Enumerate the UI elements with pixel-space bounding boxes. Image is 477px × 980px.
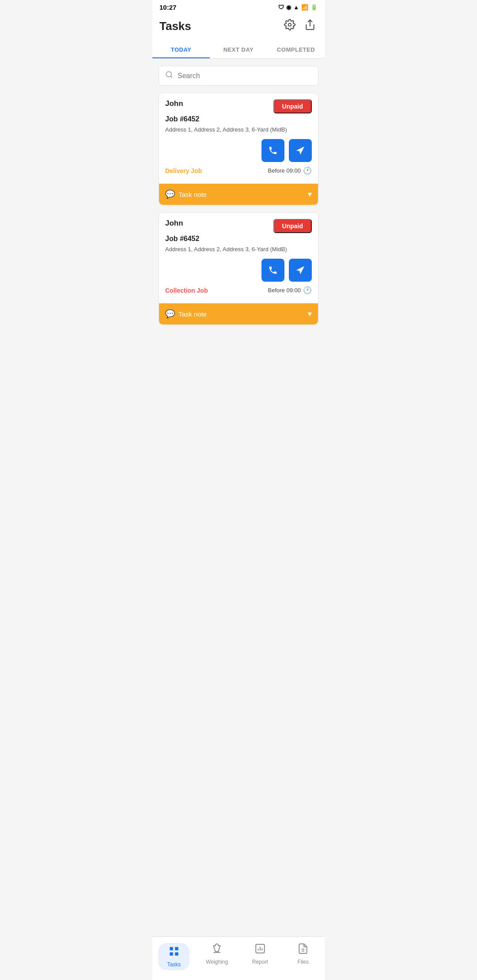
phone-button-1[interactable] <box>261 139 284 162</box>
card-job-number-1: Job #6452 <box>165 115 312 123</box>
status-time: 10:27 <box>159 4 176 11</box>
card-top-1: John Unpaid <box>165 99 312 113</box>
settings-button[interactable] <box>282 17 297 35</box>
card-actions-1 <box>165 139 312 162</box>
header: Tasks <box>152 13 325 41</box>
unpaid-badge-2[interactable]: Unpaid <box>273 219 312 233</box>
signal-icon: 📶 <box>301 4 308 11</box>
battery-icon: 🔋 <box>310 4 318 11</box>
search-container <box>152 59 325 93</box>
shield-icon: 🛡 <box>278 4 284 11</box>
card-address-2: Address 1, Address 2, Address 3, 6-Yard … <box>165 245 312 253</box>
time-info-1: Before 09:00 🕐 <box>268 166 312 175</box>
status-icons: 🛡 ◉ ▲ 📶 🔋 <box>278 4 318 11</box>
card-job-number-2: Job #6452 <box>165 235 312 243</box>
cards-container: John Unpaid Job #6452 Address 1, Address… <box>152 93 325 332</box>
time-text-2: Before 09:00 <box>268 287 301 294</box>
svg-line-3 <box>170 76 172 77</box>
job-type-1: Delivery Job <box>165 167 202 174</box>
task-card-1: John Unpaid Job #6452 Address 1, Address… <box>159 93 318 205</box>
tabs-bar: TODAY NEXT DAY COMPLETED <box>152 41 325 59</box>
unpaid-badge-1[interactable]: Unpaid <box>273 99 312 113</box>
note-icon-2: 💬 <box>165 309 175 319</box>
navigate-button-1[interactable] <box>289 139 312 162</box>
svg-point-0 <box>288 23 292 26</box>
card-actions-2 <box>165 259 312 282</box>
search-input[interactable] <box>178 72 312 80</box>
note-icon-1: 💬 <box>165 189 175 199</box>
search-icon <box>165 71 173 81</box>
svg-point-2 <box>166 72 171 77</box>
face-id-icon: ◉ <box>286 4 291 11</box>
card-name-1: John <box>165 99 183 108</box>
chevron-down-icon-1: ▾ <box>308 189 312 199</box>
status-bar: 10:27 🛡 ◉ ▲ 📶 🔋 <box>152 0 325 13</box>
page-title: Tasks <box>159 19 191 33</box>
wifi-icon: ▲ <box>293 4 299 11</box>
clock-icon-1: 🕐 <box>303 166 312 175</box>
task-note-left-2: 💬 Task note <box>165 309 207 319</box>
share-button[interactable] <box>303 17 318 35</box>
task-card-2: John Unpaid Job #6452 Address 1, Address… <box>159 212 318 325</box>
phone-button-2[interactable] <box>261 259 284 282</box>
tab-today[interactable]: TODAY <box>152 41 210 58</box>
task-note-left-1: 💬 Task note <box>165 189 207 199</box>
task-note-bar-2[interactable]: 💬 Task note ▾ <box>159 303 318 324</box>
chevron-down-icon-2: ▾ <box>308 309 312 319</box>
card-body-1: John Unpaid Job #6452 Address 1, Address… <box>159 93 318 184</box>
task-note-label-2: Task note <box>178 310 207 318</box>
card-footer-2: Collection Job Before 09:00 🕐 <box>165 286 312 294</box>
card-name-2: John <box>165 219 183 228</box>
clock-icon-2: 🕐 <box>303 286 312 294</box>
search-box <box>159 66 318 86</box>
header-actions <box>282 17 318 35</box>
card-body-2: John Unpaid Job #6452 Address 1, Address… <box>159 213 318 303</box>
job-type-2: Collection Job <box>165 287 208 294</box>
task-note-label-1: Task note <box>178 191 207 198</box>
tab-next-day[interactable]: NEXT DAY <box>210 41 267 58</box>
navigate-button-2[interactable] <box>289 259 312 282</box>
tab-completed[interactable]: COMPLETED <box>267 41 325 58</box>
time-info-2: Before 09:00 🕐 <box>268 286 312 294</box>
card-footer-1: Delivery Job Before 09:00 🕐 <box>165 166 312 175</box>
time-text-1: Before 09:00 <box>268 167 301 174</box>
card-top-2: John Unpaid <box>165 219 312 233</box>
card-address-1: Address 1, Address 2, Address 3, 6-Yard … <box>165 126 312 134</box>
task-note-bar-1[interactable]: 💬 Task note ▾ <box>159 184 318 205</box>
